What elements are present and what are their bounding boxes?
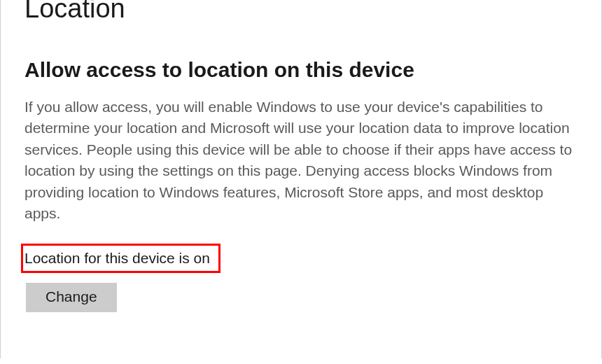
location-status-text: Location for this device is on: [24, 250, 210, 266]
allow-location-description: If you allow access, you will enable Win…: [24, 97, 578, 225]
page-title: Location: [24, 0, 578, 24]
location-status-highlight: Location for this device is on: [21, 244, 220, 273]
change-button[interactable]: Change: [26, 283, 117, 312]
allow-location-heading: Allow access to location on this device: [24, 57, 578, 83]
